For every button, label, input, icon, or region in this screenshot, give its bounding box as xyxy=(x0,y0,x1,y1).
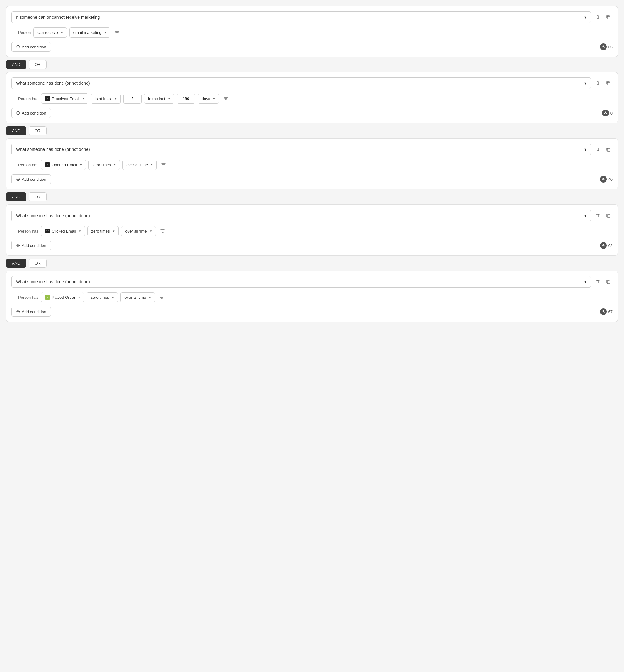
condition-block: What someone has done (or not done)▾ Per… xyxy=(6,205,618,256)
logic-separator: ANDOR xyxy=(6,259,618,268)
block-footer: ⊕Add condition 65 xyxy=(11,42,613,52)
email-icon xyxy=(45,229,50,233)
and-button[interactable]: AND xyxy=(6,60,26,69)
copy-button[interactable] xyxy=(604,79,613,87)
select-value: zero times xyxy=(93,163,111,167)
field-select[interactable]: in the last▾ xyxy=(144,94,174,104)
chevron-down-icon: ▾ xyxy=(80,163,82,167)
condition-type-select[interactable]: What someone has done (or not done)▾ xyxy=(11,144,591,155)
add-condition-label: Add condition xyxy=(22,45,46,49)
delete-button[interactable] xyxy=(594,14,602,21)
add-condition-button[interactable]: ⊕Add condition xyxy=(11,174,51,184)
filter-button[interactable] xyxy=(159,161,168,169)
email-icon xyxy=(45,96,50,101)
add-condition-button[interactable]: ⊕Add condition xyxy=(11,240,51,250)
add-condition-button[interactable]: ⊕Add condition xyxy=(11,42,51,52)
select-value: Clicked Email xyxy=(52,229,76,233)
filter-button[interactable] xyxy=(157,293,166,301)
condition-type-label: What someone has done (or not done) xyxy=(16,147,90,152)
count-value: 62 xyxy=(608,243,613,248)
condition-type-select[interactable]: If someone can or cannot receive marketi… xyxy=(11,11,591,23)
plus-icon: ⊕ xyxy=(16,243,20,248)
select-value: zero times xyxy=(92,229,110,233)
field-select[interactable]: over all time▾ xyxy=(121,226,156,236)
field-select[interactable]: can receive▾ xyxy=(33,27,67,37)
svg-rect-5 xyxy=(607,149,610,151)
field-select[interactable]: Opened Email▾ xyxy=(41,159,86,170)
condition-row: Person hasOpened Email▾zero times▾over a… xyxy=(12,159,613,170)
condition-block: If someone can or cannot receive marketi… xyxy=(6,6,618,57)
chevron-down-icon: ▾ xyxy=(151,163,153,167)
select-value: Received Email xyxy=(52,96,79,101)
count-badge: 40 xyxy=(600,176,613,183)
svg-rect-11 xyxy=(607,281,610,284)
copy-button[interactable] xyxy=(604,146,613,153)
and-button[interactable]: AND xyxy=(6,192,26,201)
field-select[interactable]: zero times▾ xyxy=(86,292,118,303)
chevron-down-icon: ▾ xyxy=(114,163,116,167)
person-icon xyxy=(600,242,607,249)
condition-actions xyxy=(594,278,613,285)
email-icon xyxy=(45,162,50,167)
copy-button[interactable] xyxy=(604,278,613,285)
svg-rect-8 xyxy=(607,215,610,217)
and-button[interactable]: AND xyxy=(6,259,26,268)
condition-type-label: What someone has done (or not done) xyxy=(16,81,90,86)
add-condition-label: Add condition xyxy=(22,243,46,248)
row-label: Person has xyxy=(18,229,38,233)
field-select[interactable]: Received Email▾ xyxy=(41,93,88,104)
delete-button[interactable] xyxy=(594,79,602,87)
field-select[interactable]: over all time▾ xyxy=(121,292,155,303)
or-button[interactable]: OR xyxy=(29,126,47,135)
field-select[interactable]: zero times▾ xyxy=(88,160,120,170)
or-button[interactable]: OR xyxy=(29,192,47,201)
or-button[interactable]: OR xyxy=(29,60,47,69)
delete-button[interactable] xyxy=(594,278,602,285)
chevron-down-icon: ▾ xyxy=(78,295,80,299)
shopify-icon: S xyxy=(45,295,50,300)
person-icon xyxy=(600,176,607,183)
condition-type-select[interactable]: What someone has done (or not done)▾ xyxy=(11,77,591,89)
block-footer: ⊕Add condition 67 xyxy=(11,307,613,317)
count-value: 65 xyxy=(608,45,613,49)
condition-header: If someone can or cannot receive marketi… xyxy=(11,11,613,23)
condition-actions xyxy=(594,14,613,21)
copy-button[interactable] xyxy=(604,212,613,219)
copy-button[interactable] xyxy=(604,14,613,21)
delete-button[interactable] xyxy=(594,146,602,153)
add-condition-label: Add condition xyxy=(22,310,46,314)
field-input[interactable] xyxy=(123,94,142,104)
field-select[interactable]: email marketing▾ xyxy=(69,27,110,37)
condition-type-select[interactable]: What someone has done (or not done)▾ xyxy=(11,276,591,288)
add-condition-label: Add condition xyxy=(22,177,46,182)
person-icon xyxy=(600,44,607,50)
chevron-down-icon: ▾ xyxy=(584,213,587,218)
filter-button[interactable] xyxy=(113,29,121,36)
chevron-down-icon: ▾ xyxy=(584,15,587,20)
condition-type-select[interactable]: What someone has done (or not done)▾ xyxy=(11,210,591,222)
filter-button[interactable] xyxy=(222,95,230,102)
add-condition-button[interactable]: ⊕Add condition xyxy=(11,108,51,118)
or-button[interactable]: OR xyxy=(29,259,47,268)
field-select[interactable]: is at least▾ xyxy=(91,94,121,104)
add-condition-button[interactable]: ⊕Add condition xyxy=(11,307,51,317)
filter-button[interactable] xyxy=(158,227,167,235)
condition-header: What someone has done (or not done)▾ xyxy=(11,144,613,155)
field-select[interactable]: Clicked Email▾ xyxy=(41,226,85,236)
field-select[interactable]: SPlaced Order▾ xyxy=(41,292,84,303)
select-value: over all time xyxy=(125,229,147,233)
condition-header: What someone has done (or not done)▾ xyxy=(11,77,613,89)
field-select[interactable]: over all time▾ xyxy=(122,160,157,170)
chevron-down-icon: ▾ xyxy=(61,30,63,34)
field-select[interactable]: zero times▾ xyxy=(87,226,119,236)
block-footer: ⊕Add condition 62 xyxy=(11,240,613,250)
field-input[interactable] xyxy=(177,94,195,104)
chevron-down-icon: ▾ xyxy=(115,97,117,101)
field-select[interactable]: days▾ xyxy=(198,94,219,104)
row-label: Person has xyxy=(18,96,38,101)
select-value: in the last xyxy=(148,96,165,101)
and-button[interactable]: AND xyxy=(6,126,26,135)
delete-button[interactable] xyxy=(594,212,602,219)
plus-icon: ⊕ xyxy=(16,110,20,115)
logic-separator: ANDOR xyxy=(6,60,618,69)
